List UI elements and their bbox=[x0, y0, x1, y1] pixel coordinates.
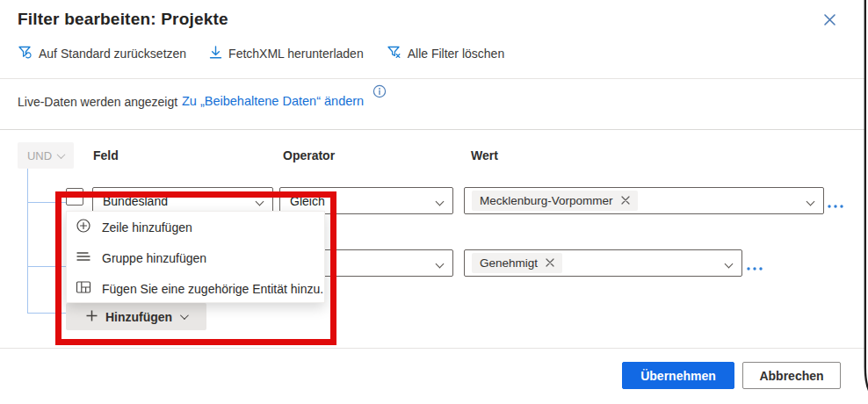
group-operator-dropdown[interactable]: UND bbox=[18, 142, 74, 169]
filter-clear-icon bbox=[387, 45, 401, 62]
close-icon bbox=[823, 13, 836, 30]
chevron-down-icon bbox=[57, 150, 66, 159]
chevron-down-icon bbox=[436, 198, 445, 206]
reset-to-default-label: Auf Standard zurücksetzen bbox=[39, 47, 186, 61]
add-button-label: Hinzufügen bbox=[105, 310, 172, 324]
chevron-down-icon bbox=[807, 198, 815, 206]
group-operator-label: UND bbox=[27, 149, 52, 162]
circle-plus-icon bbox=[76, 218, 91, 236]
apply-button[interactable]: Übernehmen bbox=[622, 362, 734, 389]
cancel-button-label: Abbrechen bbox=[759, 369, 823, 383]
value-combobox-row2[interactable]: Genehmigt bbox=[464, 249, 742, 277]
chevron-down-icon bbox=[725, 260, 734, 269]
menu-item-add-group[interactable]: Gruppe hinzufügen bbox=[67, 242, 324, 273]
value-combobox-row1[interactable]: Mecklenburg-Vorpommer bbox=[464, 187, 824, 214]
column-header-operator: Operator bbox=[283, 148, 335, 162]
add-button[interactable]: Hinzufügen bbox=[66, 303, 206, 330]
more-commands-icon-row1[interactable] bbox=[827, 197, 844, 213]
add-context-menu: Zeile hinzufügen Gruppe hinzufügen Fügen… bbox=[66, 211, 325, 303]
menu-item-add-row[interactable]: Zeile hinzufügen bbox=[67, 212, 324, 242]
group-lines-icon bbox=[76, 249, 91, 267]
filter-reset-icon bbox=[18, 45, 33, 62]
value-tag: Genehmigt bbox=[472, 253, 562, 273]
switch-retained-data-link[interactable]: Zu „Beibehaltene Daten“ ändern bbox=[182, 94, 364, 108]
clear-all-filters-button[interactable]: Alle Filter löschen bbox=[387, 45, 505, 62]
related-entity-grid-icon bbox=[76, 279, 91, 298]
operator-value-row1: Gleich bbox=[290, 194, 325, 208]
clear-all-filters-label: Alle Filter löschen bbox=[408, 47, 505, 61]
live-data-status-text: Live-Daten werden angezeigt bbox=[18, 95, 177, 109]
footer-divider bbox=[0, 348, 865, 349]
dialog-toolbar: Auf Standard zurücksetzen FetchXML herun… bbox=[18, 42, 504, 65]
chevron-down-icon bbox=[180, 311, 189, 320]
menu-item-add-related-entity[interactable]: Fügen Sie eine zugehörige Entität hinzu. bbox=[67, 273, 324, 304]
tree-connector-row1 bbox=[27, 202, 67, 203]
menu-item-label: Zeile hinzufügen bbox=[102, 220, 192, 234]
reset-to-default-button[interactable]: Auf Standard zurücksetzen bbox=[18, 45, 186, 62]
download-fetchxml-label: FetchXML herunterladen bbox=[228, 47, 364, 61]
remove-tag-icon[interactable] bbox=[621, 194, 630, 207]
menu-item-label: Gruppe hinzufügen bbox=[102, 251, 206, 265]
banner-divider bbox=[0, 129, 865, 130]
plus-icon bbox=[86, 310, 98, 324]
tree-connector-vertical bbox=[27, 169, 28, 314]
row-checkbox[interactable] bbox=[66, 188, 83, 206]
close-button[interactable] bbox=[817, 9, 842, 33]
value-tag-label-row1: Mecklenburg-Vorpommer bbox=[480, 194, 613, 207]
more-commands-icon-row2[interactable] bbox=[746, 259, 763, 275]
page-title: Filter bearbeiten: Projekte bbox=[18, 10, 228, 29]
tree-connector-add bbox=[27, 313, 67, 314]
download-icon bbox=[209, 46, 222, 62]
remove-tag-icon[interactable] bbox=[546, 256, 554, 270]
filter-edit-dialog: Filter bearbeiten: Projekte Auf Standard… bbox=[0, 0, 868, 404]
value-tag-label-row2: Genehmigt bbox=[480, 256, 538, 270]
download-fetchxml-button[interactable]: FetchXML herunterladen bbox=[209, 46, 364, 62]
chevron-down-icon bbox=[256, 198, 264, 206]
value-tag: Mecklenburg-Vorpommer bbox=[472, 191, 638, 211]
header-divider bbox=[0, 78, 865, 79]
tree-connector-row2 bbox=[27, 266, 67, 267]
chevron-down-icon bbox=[436, 260, 445, 269]
field-value-row1: Bundesland bbox=[103, 194, 168, 208]
menu-item-label: Fügen Sie eine zugehörige Entität hinzu. bbox=[102, 282, 323, 296]
apply-button-label: Übernehmen bbox=[640, 369, 716, 383]
info-icon[interactable] bbox=[373, 84, 387, 102]
column-header-field: Feld bbox=[93, 148, 119, 162]
column-header-value: Wert bbox=[471, 148, 498, 162]
cancel-button[interactable]: Abbrechen bbox=[742, 362, 841, 389]
